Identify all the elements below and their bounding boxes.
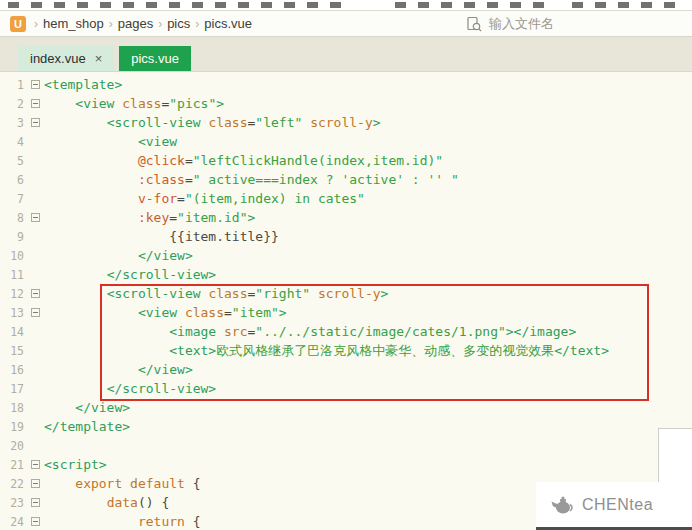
fold-marker-icon[interactable]	[26, 479, 44, 488]
code-text: return {	[44, 514, 201, 529]
line-number: 24	[0, 515, 26, 529]
line-number: 2	[0, 97, 26, 111]
code-text: v-for="(item,index) in cates"	[44, 191, 365, 206]
fold-marker-icon[interactable]	[26, 308, 44, 317]
code-text: </view>	[44, 400, 130, 415]
code-line[interactable]: 7 v-for="(item,index) in cates"	[0, 189, 692, 208]
code-line[interactable]: 17 </scroll-view>	[0, 379, 692, 398]
tab-label: pics.vue	[131, 51, 179, 66]
line-number: 16	[0, 363, 26, 377]
code-text: <scroll-view class="left" scroll-y>	[44, 115, 381, 130]
code-text: </template>	[44, 419, 130, 434]
code-text: :class=" active===index ? 'active' : '' …	[44, 172, 459, 187]
line-number: 1	[0, 78, 26, 92]
watermark: CHENtea	[536, 482, 692, 530]
code-line[interactable]: 12 <scroll-view class="right" scroll-y>	[0, 284, 692, 303]
line-number: 13	[0, 306, 26, 320]
code-text: </view>	[44, 248, 193, 263]
code-line[interactable]: 6 :class=" active===index ? 'active' : '…	[0, 170, 692, 189]
code-editor[interactable]: 1<template>2 <view class="pics">3 <scrol…	[0, 72, 692, 530]
line-number: 17	[0, 382, 26, 396]
fold-marker-icon[interactable]	[26, 118, 44, 127]
fold-marker-icon[interactable]	[26, 80, 44, 89]
breadcrumb: U › hem_shop › pages › pics › pics.vue 输…	[0, 10, 692, 37]
watermark-text: CHENtea	[582, 496, 653, 514]
line-number: 11	[0, 268, 26, 282]
code-text: <view	[44, 134, 177, 149]
fold-marker-icon[interactable]	[26, 213, 44, 222]
code-line[interactable]: 4 <view	[0, 132, 692, 151]
line-number: 8	[0, 211, 26, 225]
code-line[interactable]: 9 {{item.title}}	[0, 227, 692, 246]
code-text: <text>欧式风格继承了巴洛克风格中豪华、动感、多变的视觉效果</text>	[44, 342, 609, 360]
search-placeholder: 输入文件名	[489, 15, 554, 33]
breadcrumb-item-pics[interactable]: pics	[167, 16, 190, 31]
teapot-icon	[550, 495, 574, 515]
code-line[interactable]: 8 :key="item.id">	[0, 208, 692, 227]
tab-label: index.vue	[30, 51, 86, 66]
clipped-text-fragment	[572, 2, 684, 8]
code-text: <script>	[44, 457, 107, 472]
tab-pics-vue[interactable]: pics.vue	[119, 46, 191, 71]
search-file-icon	[466, 16, 482, 32]
tab-bar: index.vue × pics.vue	[0, 37, 692, 72]
code-line[interactable]: 15 <text>欧式风格继承了巴洛克风格中豪华、动感、多变的视觉效果</tex…	[0, 341, 692, 360]
code-text: {{item.title}}	[44, 229, 279, 244]
code-line[interactable]: 16 </view>	[0, 360, 692, 379]
code-line[interactable]: 10 </view>	[0, 246, 692, 265]
clipped-text-fragment	[395, 2, 545, 8]
line-number: 22	[0, 477, 26, 491]
chevron-right-icon: ›	[158, 17, 162, 31]
code-line[interactable]: 1<template>	[0, 75, 692, 94]
code-text: <view class="item">	[44, 305, 287, 320]
line-number: 15	[0, 344, 26, 358]
line-number: 14	[0, 325, 26, 339]
breadcrumb-item-project[interactable]: hem_shop	[43, 16, 104, 31]
code-text: data() {	[44, 495, 169, 510]
fold-marker-icon[interactable]	[26, 517, 44, 526]
line-number: 7	[0, 192, 26, 206]
code-text: <image src="../../static/image/cates/1.p…	[44, 324, 576, 339]
line-number: 12	[0, 287, 26, 301]
code-line[interactable]: 5 @click="leftClickHandle(index,item.id)…	[0, 151, 692, 170]
clipped-header-text	[0, 0, 692, 10]
code-text: :key="item.id">	[44, 210, 255, 225]
fold-marker-icon[interactable]	[26, 99, 44, 108]
fold-marker-icon[interactable]	[26, 460, 44, 469]
breadcrumb-item-pages[interactable]: pages	[118, 16, 153, 31]
line-number: 4	[0, 135, 26, 149]
code-line[interactable]: 19</template>	[0, 417, 692, 436]
clipped-text-fragment	[8, 2, 348, 8]
code-text: </view>	[44, 362, 193, 377]
breadcrumb-item-file[interactable]: pics.vue	[204, 16, 252, 31]
code-line[interactable]: 18 </view>	[0, 398, 692, 417]
code-line[interactable]: 20	[0, 436, 692, 455]
code-line[interactable]: 13 <view class="item">	[0, 303, 692, 322]
close-icon[interactable]: ×	[95, 51, 103, 66]
line-number: 9	[0, 230, 26, 244]
code-text: <view class="pics">	[44, 96, 224, 111]
line-number: 19	[0, 420, 26, 434]
code-line[interactable]: 14 <image src="../../static/image/cates/…	[0, 322, 692, 341]
fold-marker-icon[interactable]	[26, 289, 44, 298]
chevron-right-icon: ›	[109, 17, 113, 31]
code-text: </scroll-view>	[44, 381, 216, 396]
code-text: <scroll-view class="right" scroll-y>	[44, 286, 388, 301]
line-number: 23	[0, 496, 26, 510]
line-number: 3	[0, 116, 26, 130]
code-text: <template>	[44, 77, 122, 92]
code-line[interactable]: 3 <scroll-view class="left" scroll-y>	[0, 113, 692, 132]
chevron-right-icon: ›	[195, 17, 199, 31]
line-number: 10	[0, 249, 26, 263]
tab-index-vue[interactable]: index.vue ×	[18, 46, 114, 71]
file-search[interactable]: 输入文件名	[466, 11, 554, 36]
code-line[interactable]: 11 </scroll-view>	[0, 265, 692, 284]
code-line[interactable]: 21<script>	[0, 455, 692, 474]
code-line[interactable]: 2 <view class="pics">	[0, 94, 692, 113]
code-text: export default {	[44, 476, 201, 491]
code-lines: 1<template>2 <view class="pics">3 <scrol…	[0, 75, 692, 530]
line-number: 18	[0, 401, 26, 415]
chevron-right-icon: ›	[34, 17, 38, 31]
fold-marker-icon[interactable]	[26, 498, 44, 507]
line-number: 5	[0, 154, 26, 168]
